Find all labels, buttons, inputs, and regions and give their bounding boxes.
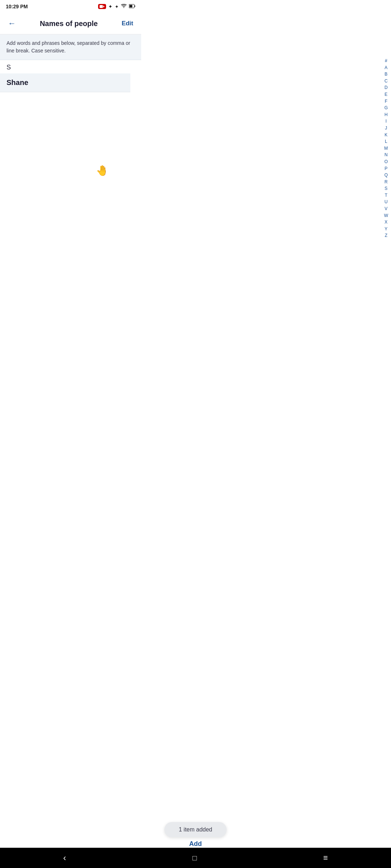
info-banner: Add words and phrases below, separated b… [0,34,141,60]
list-item-name: Shane [7,78,28,86]
info-text: Add words and phrases below, separated b… [7,40,130,54]
page-title: Names of people [17,20,120,28]
svg-rect-3 [135,5,135,7]
back-button[interactable]: ← [7,17,17,30]
status-icons: ✦ ✦ [98,4,135,9]
network-icon: ✦ [115,4,119,9]
empty-list-area: 🤚 [0,92,130,309]
list-area: S Shane 🤚 [0,60,141,309]
wifi-icon [121,4,127,9]
section-header-s: S [0,60,130,73]
section-letter: S [7,64,11,71]
bluetooth-icon: ✦ [108,4,113,9]
status-bar: 10:29 PM ✦ ✦ [0,0,141,13]
svg-marker-1 [103,5,105,8]
svg-rect-4 [130,5,133,7]
status-time: 10:29 PM [6,4,28,9]
screen-record-icon [98,4,106,9]
header: ← Names of people Edit [0,13,141,34]
cursor-icon: 🤚 [96,165,109,176]
battery-icon [129,4,135,9]
list-item[interactable]: Shane [0,73,130,92]
main-content: S Shane 🤚 [0,60,141,309]
svg-rect-0 [100,5,103,8]
edit-button[interactable]: Edit [120,18,135,29]
